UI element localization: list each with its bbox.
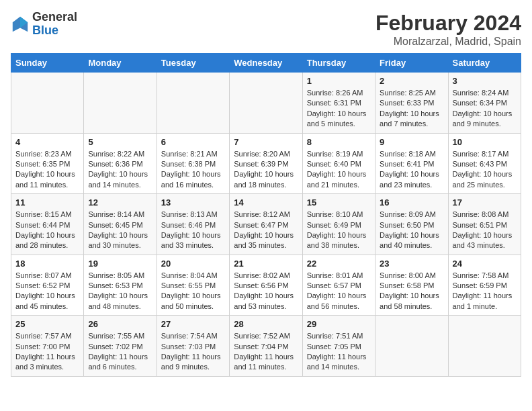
logo-icon: [11, 15, 30, 34]
day-info: Sunrise: 8:14 AMSunset: 6:45 PMDaylight:…: [88, 210, 152, 251]
day-info: Sunrise: 8:04 AMSunset: 6:55 PMDaylight:…: [161, 271, 225, 312]
day-number: 22: [307, 259, 371, 269]
logo-blue-text: Blue: [32, 24, 77, 38]
title-area: February 2024 Moralzarzal, Madrid, Spain: [375, 11, 521, 48]
calendar-cell: 4Sunrise: 8:23 AMSunset: 6:35 PMDaylight…: [11, 133, 84, 194]
day-number: 20: [161, 259, 225, 269]
day-number: 12: [88, 197, 152, 208]
calendar-cell: 8Sunrise: 8:19 AMSunset: 6:40 PMDaylight…: [302, 133, 375, 194]
calendar-cell: [157, 73, 229, 134]
calendar-cell: 13Sunrise: 8:13 AMSunset: 6:46 PMDayligh…: [157, 194, 229, 255]
calendar-cell: 16Sunrise: 8:09 AMSunset: 6:50 PMDayligh…: [375, 194, 448, 255]
day-number: 26: [88, 319, 152, 329]
day-info: Sunrise: 8:24 AMSunset: 6:34 PMDaylight:…: [453, 88, 517, 130]
calendar-cell: 25Sunrise: 7:57 AMSunset: 7:00 PMDayligh…: [11, 316, 84, 377]
day-info: Sunrise: 8:10 AMSunset: 6:49 PMDaylight:…: [307, 210, 371, 251]
day-info: Sunrise: 7:51 AMSunset: 7:05 PMDaylight:…: [307, 331, 371, 373]
calendar-cell: 23Sunrise: 8:00 AMSunset: 6:58 PMDayligh…: [375, 255, 448, 316]
logo-general-text: General: [32, 11, 77, 24]
calendar-day-header: Wednesday: [230, 54, 302, 73]
calendar-cell: 3Sunrise: 8:24 AMSunset: 6:34 PMDaylight…: [448, 73, 521, 134]
day-info: Sunrise: 8:13 AMSunset: 6:46 PMDaylight:…: [161, 210, 225, 251]
day-info: Sunrise: 7:57 AMSunset: 7:00 PMDaylight:…: [15, 331, 79, 373]
day-info: Sunrise: 8:12 AMSunset: 6:47 PMDaylight:…: [234, 210, 298, 251]
calendar-cell: 17Sunrise: 8:08 AMSunset: 6:51 PMDayligh…: [448, 194, 521, 255]
calendar-cell: 10Sunrise: 8:17 AMSunset: 6:43 PMDayligh…: [448, 133, 521, 194]
logo-text: General Blue: [32, 11, 77, 38]
day-number: 11: [15, 197, 79, 208]
day-info: Sunrise: 8:08 AMSunset: 6:51 PMDaylight:…: [453, 210, 517, 251]
calendar-cell: 26Sunrise: 7:55 AMSunset: 7:02 PMDayligh…: [84, 316, 157, 377]
day-number: 27: [161, 319, 225, 329]
calendar-cell: 18Sunrise: 8:07 AMSunset: 6:52 PMDayligh…: [11, 255, 84, 316]
calendar-cell: 29Sunrise: 7:51 AMSunset: 7:05 PMDayligh…: [302, 316, 375, 377]
day-number: 14: [234, 197, 298, 208]
page-title: February 2024: [375, 11, 521, 36]
day-info: Sunrise: 8:26 AMSunset: 6:31 PMDaylight:…: [307, 88, 371, 130]
calendar-table: SundayMondayTuesdayWednesdayThursdayFrid…: [11, 53, 521, 377]
day-number: 18: [15, 259, 79, 269]
day-number: 7: [234, 137, 298, 147]
logo: General Blue: [11, 11, 77, 38]
calendar-cell: 11Sunrise: 8:15 AMSunset: 6:44 PMDayligh…: [11, 194, 84, 255]
day-info: Sunrise: 8:01 AMSunset: 6:57 PMDaylight:…: [307, 271, 371, 312]
day-info: Sunrise: 7:58 AMSunset: 6:59 PMDaylight:…: [453, 271, 517, 312]
calendar-cell: 7Sunrise: 8:20 AMSunset: 6:39 PMDaylight…: [230, 133, 302, 194]
day-number: 23: [380, 259, 443, 269]
calendar-week-row: 1Sunrise: 8:26 AMSunset: 6:31 PMDaylight…: [11, 73, 521, 134]
day-info: Sunrise: 8:18 AMSunset: 6:41 PMDaylight:…: [380, 149, 443, 191]
day-number: 5: [88, 137, 152, 147]
day-number: 9: [380, 137, 443, 147]
day-number: 25: [15, 319, 79, 329]
day-info: Sunrise: 8:17 AMSunset: 6:43 PMDaylight:…: [453, 149, 517, 191]
day-number: 13: [161, 197, 225, 208]
calendar-day-header: Sunday: [11, 54, 84, 73]
day-number: 10: [453, 137, 517, 147]
calendar-cell: 20Sunrise: 8:04 AMSunset: 6:55 PMDayligh…: [157, 255, 229, 316]
calendar-cell: [230, 73, 302, 134]
day-info: Sunrise: 8:02 AMSunset: 6:56 PMDaylight:…: [234, 271, 298, 312]
day-number: 6: [161, 137, 225, 147]
calendar-day-header: Monday: [84, 54, 157, 73]
day-number: 2: [380, 76, 443, 86]
calendar-cell: 22Sunrise: 8:01 AMSunset: 6:57 PMDayligh…: [302, 255, 375, 316]
calendar-cell: [375, 316, 448, 377]
calendar-cell: 12Sunrise: 8:14 AMSunset: 6:45 PMDayligh…: [84, 194, 157, 255]
page-header: General Blue February 2024 Moralzarzal, …: [11, 11, 521, 48]
day-info: Sunrise: 8:21 AMSunset: 6:38 PMDaylight:…: [161, 149, 225, 191]
page-subtitle: Moralzarzal, Madrid, Spain: [375, 36, 521, 48]
calendar-cell: [448, 316, 521, 377]
day-info: Sunrise: 8:09 AMSunset: 6:50 PMDaylight:…: [380, 210, 443, 251]
day-info: Sunrise: 8:07 AMSunset: 6:52 PMDaylight:…: [15, 271, 79, 312]
calendar-cell: [84, 73, 157, 134]
day-number: 1: [307, 76, 371, 86]
calendar-day-header: Saturday: [448, 54, 521, 73]
day-info: Sunrise: 8:22 AMSunset: 6:36 PMDaylight:…: [88, 149, 152, 191]
calendar-cell: 15Sunrise: 8:10 AMSunset: 6:49 PMDayligh…: [302, 194, 375, 255]
day-number: 16: [380, 197, 443, 208]
day-number: 3: [453, 76, 517, 86]
day-number: 29: [307, 319, 371, 329]
calendar-day-header: Friday: [375, 54, 448, 73]
calendar-cell: 21Sunrise: 8:02 AMSunset: 6:56 PMDayligh…: [230, 255, 302, 316]
calendar-cell: [11, 73, 84, 134]
day-number: 28: [234, 319, 298, 329]
calendar-week-row: 4Sunrise: 8:23 AMSunset: 6:35 PMDaylight…: [11, 133, 521, 194]
day-number: 17: [453, 197, 517, 208]
calendar-cell: 1Sunrise: 8:26 AMSunset: 6:31 PMDaylight…: [302, 73, 375, 134]
calendar-cell: 5Sunrise: 8:22 AMSunset: 6:36 PMDaylight…: [84, 133, 157, 194]
day-number: 24: [453, 259, 517, 269]
calendar-day-header: Tuesday: [157, 54, 229, 73]
day-number: 21: [234, 259, 298, 269]
day-info: Sunrise: 8:20 AMSunset: 6:39 PMDaylight:…: [234, 149, 298, 191]
calendar-cell: 19Sunrise: 8:05 AMSunset: 6:53 PMDayligh…: [84, 255, 157, 316]
day-number: 15: [307, 197, 371, 208]
day-info: Sunrise: 8:05 AMSunset: 6:53 PMDaylight:…: [88, 271, 152, 312]
calendar-cell: 2Sunrise: 8:25 AMSunset: 6:33 PMDaylight…: [375, 73, 448, 134]
calendar-week-row: 11Sunrise: 8:15 AMSunset: 6:44 PMDayligh…: [11, 194, 521, 255]
day-info: Sunrise: 8:00 AMSunset: 6:58 PMDaylight:…: [380, 271, 443, 312]
calendar-week-row: 18Sunrise: 8:07 AMSunset: 6:52 PMDayligh…: [11, 255, 521, 316]
day-info: Sunrise: 8:19 AMSunset: 6:40 PMDaylight:…: [307, 149, 371, 191]
day-info: Sunrise: 8:15 AMSunset: 6:44 PMDaylight:…: [15, 210, 79, 251]
calendar-day-header: Thursday: [302, 54, 375, 73]
